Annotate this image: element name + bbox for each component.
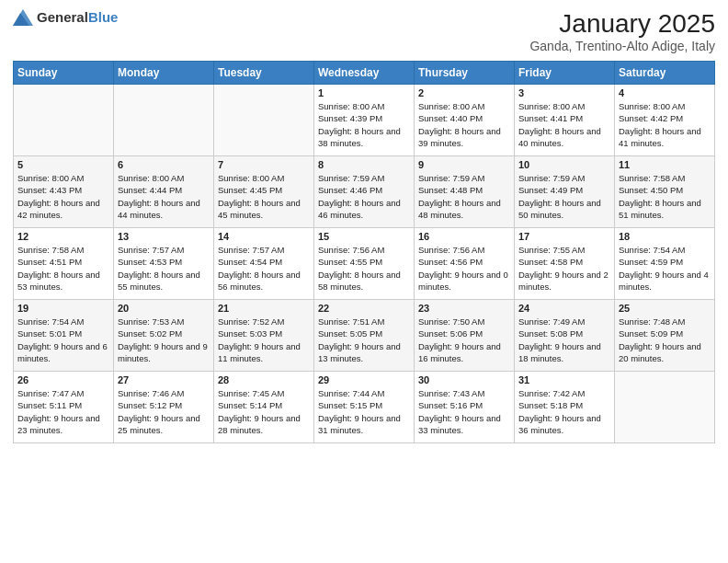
day-number: 17 xyxy=(518,231,610,242)
calendar-cell: 31Sunrise: 7:42 AMSunset: 5:18 PMDayligh… xyxy=(515,372,615,443)
day-info: Sunrise: 7:59 AMSunset: 4:49 PMDaylight:… xyxy=(518,172,610,221)
day-info: Sunrise: 7:56 AMSunset: 4:55 PMDaylight:… xyxy=(318,244,410,293)
day-number: 26 xyxy=(17,374,109,385)
day-info: Sunrise: 7:54 AMSunset: 4:59 PMDaylight:… xyxy=(619,244,711,293)
day-info: Sunrise: 7:51 AMSunset: 5:05 PMDaylight:… xyxy=(318,316,410,364)
calendar-cell: 3Sunrise: 8:00 AMSunset: 4:41 PMDaylight… xyxy=(515,85,615,156)
day-info: Sunrise: 7:57 AMSunset: 4:54 PMDaylight:… xyxy=(218,244,310,293)
calendar-cell: 19Sunrise: 7:54 AMSunset: 5:01 PMDayligh… xyxy=(14,300,114,372)
calendar-table: Sunday Monday Tuesday Wednesday Thursday… xyxy=(13,61,715,443)
header: GeneralBlue January 2025 Ganda, Trentino… xyxy=(13,9,715,53)
calendar-subtitle: Ganda, Trentino-Alto Adige, Italy xyxy=(529,39,715,53)
day-number: 11 xyxy=(619,159,711,170)
calendar-cell: 22Sunrise: 7:51 AMSunset: 5:05 PMDayligh… xyxy=(314,300,415,372)
calendar-cell: 25Sunrise: 7:48 AMSunset: 5:09 PMDayligh… xyxy=(615,300,715,372)
page-container: GeneralBlue January 2025 Ganda, Trentino… xyxy=(0,0,728,453)
day-number: 29 xyxy=(318,374,410,385)
calendar-cell xyxy=(214,85,314,156)
day-number: 12 xyxy=(17,231,109,242)
calendar-cell: 29Sunrise: 7:44 AMSunset: 5:15 PMDayligh… xyxy=(314,372,415,443)
day-info: Sunrise: 7:48 AMSunset: 5:09 PMDaylight:… xyxy=(619,316,711,364)
day-info: Sunrise: 7:52 AMSunset: 5:03 PMDaylight:… xyxy=(218,316,310,364)
calendar-cell: 20Sunrise: 7:53 AMSunset: 5:02 PMDayligh… xyxy=(114,300,214,372)
day-number: 8 xyxy=(318,159,410,170)
day-number: 14 xyxy=(218,231,310,242)
day-info: Sunrise: 8:00 AMSunset: 4:44 PMDaylight:… xyxy=(118,172,210,221)
calendar-cell: 27Sunrise: 7:46 AMSunset: 5:12 PMDayligh… xyxy=(114,372,214,443)
day-info: Sunrise: 7:58 AMSunset: 4:51 PMDaylight:… xyxy=(17,244,109,293)
day-number: 5 xyxy=(17,159,109,170)
day-number: 24 xyxy=(518,303,610,314)
calendar-cell: 30Sunrise: 7:43 AMSunset: 5:16 PMDayligh… xyxy=(415,372,515,443)
calendar-cell xyxy=(114,85,214,156)
calendar-cell: 10Sunrise: 7:59 AMSunset: 4:49 PMDayligh… xyxy=(515,156,615,228)
day-info: Sunrise: 8:00 AMSunset: 4:39 PMDaylight:… xyxy=(318,100,410,149)
day-info: Sunrise: 8:00 AMSunset: 4:43 PMDaylight:… xyxy=(17,172,109,221)
day-number: 31 xyxy=(518,374,610,385)
calendar-week-row: 19Sunrise: 7:54 AMSunset: 5:01 PMDayligh… xyxy=(14,300,715,372)
day-number: 9 xyxy=(418,159,510,170)
day-info: Sunrise: 7:44 AMSunset: 5:15 PMDaylight:… xyxy=(318,387,410,436)
day-number: 27 xyxy=(118,374,210,385)
col-saturday: Saturday xyxy=(615,62,715,85)
calendar-cell: 18Sunrise: 7:54 AMSunset: 4:59 PMDayligh… xyxy=(615,228,715,300)
day-info: Sunrise: 7:54 AMSunset: 5:01 PMDaylight:… xyxy=(17,316,109,364)
day-info: Sunrise: 7:49 AMSunset: 5:08 PMDaylight:… xyxy=(518,316,610,364)
calendar-week-row: 1Sunrise: 8:00 AMSunset: 4:39 PMDaylight… xyxy=(14,85,715,156)
calendar-cell: 17Sunrise: 7:55 AMSunset: 4:58 PMDayligh… xyxy=(515,228,615,300)
calendar-cell: 24Sunrise: 7:49 AMSunset: 5:08 PMDayligh… xyxy=(515,300,615,372)
day-info: Sunrise: 8:00 AMSunset: 4:45 PMDaylight:… xyxy=(218,172,310,221)
col-thursday: Thursday xyxy=(415,62,515,85)
day-number: 4 xyxy=(619,87,711,98)
calendar-cell: 5Sunrise: 8:00 AMSunset: 4:43 PMDaylight… xyxy=(14,156,114,228)
col-monday: Monday xyxy=(114,62,214,85)
logo: GeneralBlue xyxy=(13,9,118,26)
title-block: January 2025 Ganda, Trentino-Alto Adige,… xyxy=(529,9,715,53)
day-number: 7 xyxy=(218,159,310,170)
calendar-cell: 1Sunrise: 8:00 AMSunset: 4:39 PMDaylight… xyxy=(314,85,415,156)
calendar-cell: 9Sunrise: 7:59 AMSunset: 4:48 PMDaylight… xyxy=(415,156,515,228)
logo-icon xyxy=(13,9,33,26)
day-number: 1 xyxy=(318,87,410,98)
day-info: Sunrise: 8:00 AMSunset: 4:41 PMDaylight:… xyxy=(518,100,610,149)
day-number: 13 xyxy=(118,231,210,242)
calendar-header-row: Sunday Monday Tuesday Wednesday Thursday… xyxy=(14,62,715,85)
calendar-cell: 15Sunrise: 7:56 AMSunset: 4:55 PMDayligh… xyxy=(314,228,415,300)
day-info: Sunrise: 7:42 AMSunset: 5:18 PMDaylight:… xyxy=(518,387,610,436)
calendar-cell xyxy=(615,372,715,443)
day-info: Sunrise: 7:55 AMSunset: 4:58 PMDaylight:… xyxy=(518,244,610,293)
day-info: Sunrise: 7:58 AMSunset: 4:50 PMDaylight:… xyxy=(619,172,711,221)
day-info: Sunrise: 7:56 AMSunset: 4:56 PMDaylight:… xyxy=(418,244,510,293)
calendar-cell: 7Sunrise: 8:00 AMSunset: 4:45 PMDaylight… xyxy=(214,156,314,228)
day-info: Sunrise: 8:00 AMSunset: 4:40 PMDaylight:… xyxy=(418,100,510,149)
logo-general-text: General xyxy=(37,9,88,25)
calendar-cell: 14Sunrise: 7:57 AMSunset: 4:54 PMDayligh… xyxy=(214,228,314,300)
day-info: Sunrise: 7:53 AMSunset: 5:02 PMDaylight:… xyxy=(118,316,210,364)
day-number: 16 xyxy=(418,231,510,242)
day-number: 25 xyxy=(619,303,711,314)
calendar-week-row: 12Sunrise: 7:58 AMSunset: 4:51 PMDayligh… xyxy=(14,228,715,300)
day-info: Sunrise: 7:59 AMSunset: 4:48 PMDaylight:… xyxy=(418,172,510,221)
day-info: Sunrise: 8:00 AMSunset: 4:42 PMDaylight:… xyxy=(619,100,711,149)
calendar-title: January 2025 xyxy=(529,9,715,39)
calendar-cell: 16Sunrise: 7:56 AMSunset: 4:56 PMDayligh… xyxy=(415,228,515,300)
day-number: 20 xyxy=(118,303,210,314)
day-number: 6 xyxy=(118,159,210,170)
day-number: 23 xyxy=(418,303,510,314)
day-number: 22 xyxy=(318,303,410,314)
col-friday: Friday xyxy=(515,62,615,85)
day-info: Sunrise: 7:57 AMSunset: 4:53 PMDaylight:… xyxy=(118,244,210,293)
calendar-cell: 4Sunrise: 8:00 AMSunset: 4:42 PMDaylight… xyxy=(615,85,715,156)
calendar-cell: 2Sunrise: 8:00 AMSunset: 4:40 PMDaylight… xyxy=(415,85,515,156)
day-info: Sunrise: 7:46 AMSunset: 5:12 PMDaylight:… xyxy=(118,387,210,436)
day-number: 10 xyxy=(518,159,610,170)
day-number: 2 xyxy=(418,87,510,98)
day-number: 19 xyxy=(17,303,109,314)
day-info: Sunrise: 7:43 AMSunset: 5:16 PMDaylight:… xyxy=(418,387,510,436)
day-number: 21 xyxy=(218,303,310,314)
calendar-cell: 26Sunrise: 7:47 AMSunset: 5:11 PMDayligh… xyxy=(14,372,114,443)
day-info: Sunrise: 7:47 AMSunset: 5:11 PMDaylight:… xyxy=(17,387,109,436)
day-number: 30 xyxy=(418,374,510,385)
calendar-cell: 28Sunrise: 7:45 AMSunset: 5:14 PMDayligh… xyxy=(214,372,314,443)
calendar-cell: 13Sunrise: 7:57 AMSunset: 4:53 PMDayligh… xyxy=(114,228,214,300)
